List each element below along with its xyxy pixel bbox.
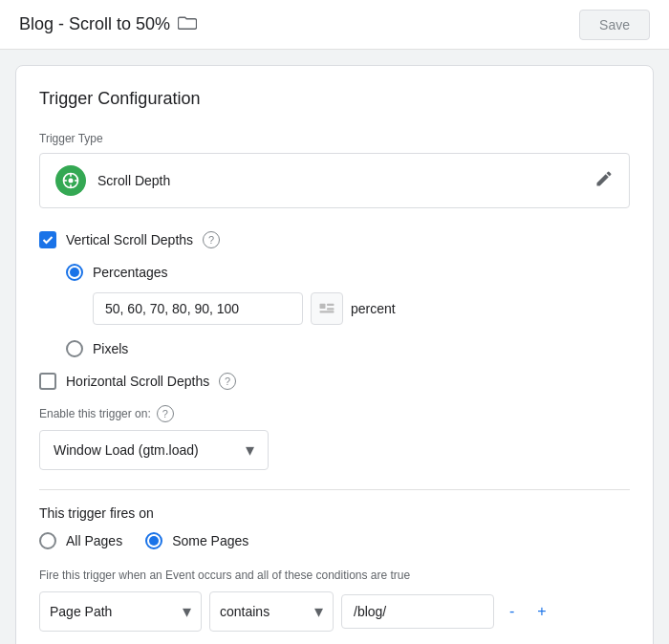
svg-rect-8 xyxy=(327,308,334,310)
condition-row: Page Path ▾ contains ▾ - + xyxy=(39,591,630,632)
trigger-config-card: Trigger Configuration Trigger Type Scrol… xyxy=(15,65,654,644)
condition-field-dropdown[interactable]: Page Path ▾ xyxy=(39,591,202,632)
pixels-radio[interactable] xyxy=(66,340,83,357)
enable-trigger-help-icon[interactable]: ? xyxy=(157,405,174,422)
percentages-radio-row: Percentages xyxy=(66,264,630,281)
pixels-radio-row: Pixels xyxy=(66,340,630,357)
page-title: Blog - Scroll to 50% xyxy=(19,14,170,34)
percentages-input-row: percent xyxy=(93,292,630,325)
svg-rect-9 xyxy=(320,311,334,312)
condition-operator-arrow-icon: ▾ xyxy=(314,601,323,622)
enable-trigger-dropdown[interactable]: Window Load (gtm.load) ▾ xyxy=(39,430,269,470)
some-pages-radio-row: Some Pages xyxy=(145,532,248,549)
vertical-scroll-depths-row: Vertical Scroll Depths ? xyxy=(39,231,630,248)
horizontal-scroll-help-icon[interactable]: ? xyxy=(219,373,236,390)
edit-icon[interactable] xyxy=(594,169,614,193)
all-pages-label: All Pages xyxy=(66,533,122,548)
svg-rect-7 xyxy=(327,304,334,306)
variable-button[interactable] xyxy=(311,292,343,325)
all-pages-radio-row: All Pages xyxy=(39,532,122,549)
some-pages-radio[interactable] xyxy=(145,532,162,549)
percentages-input[interactable] xyxy=(93,292,303,325)
all-pages-radio[interactable] xyxy=(39,532,56,549)
condition-field-value: Page Path xyxy=(50,604,112,619)
enable-trigger-value: Window Load (gtm.load) xyxy=(54,442,199,458)
condition-operator-dropdown[interactable]: contains ▾ xyxy=(209,591,334,632)
fires-on-row: All Pages Some Pages xyxy=(39,532,630,549)
percent-unit: percent xyxy=(351,301,396,316)
save-button[interactable]: Save xyxy=(579,10,650,40)
pixels-label: Pixels xyxy=(93,341,128,356)
vertical-scroll-help-icon[interactable]: ? xyxy=(203,231,220,248)
enable-trigger-section: Enable this trigger on: ? Window Load (g… xyxy=(39,405,630,470)
percentages-label: Percentages xyxy=(93,265,168,280)
percentages-radio[interactable] xyxy=(66,264,83,281)
horizontal-scroll-depths-row: Horizontal Scroll Depths ? xyxy=(39,373,630,390)
top-bar: Blog - Scroll to 50% Save xyxy=(0,0,669,50)
trigger-type-box[interactable]: Scroll Depth xyxy=(39,153,630,208)
remove-condition-button[interactable]: - xyxy=(502,599,522,624)
horizontal-scroll-label: Horizontal Scroll Depths xyxy=(66,374,209,389)
divider xyxy=(39,489,630,490)
card-title: Trigger Configuration xyxy=(39,89,630,109)
some-pages-label: Some Pages xyxy=(172,533,248,548)
top-bar-left: Blog - Scroll to 50% xyxy=(19,14,197,34)
enable-trigger-label: Enable this trigger on: ? xyxy=(39,405,630,422)
vertical-scroll-checkbox[interactable] xyxy=(39,231,56,248)
condition-label: Fire this trigger when an Event occurs a… xyxy=(39,569,630,582)
trigger-type-label: Trigger Type xyxy=(39,132,630,145)
svg-rect-6 xyxy=(320,304,326,309)
scroll-depth-icon xyxy=(55,165,86,196)
trigger-type-name: Scroll Depth xyxy=(97,173,170,188)
add-condition-button[interactable]: + xyxy=(529,599,553,624)
condition-operator-value: contains xyxy=(220,604,270,619)
svg-point-1 xyxy=(69,179,74,183)
enable-trigger-arrow-icon: ▾ xyxy=(246,440,254,461)
trigger-type-left: Scroll Depth xyxy=(55,165,170,196)
folder-icon[interactable] xyxy=(178,14,197,34)
fires-on-label: This trigger fires on xyxy=(39,505,630,521)
percentages-section: Percentages percent Pixels xyxy=(66,264,630,357)
horizontal-scroll-checkbox[interactable] xyxy=(39,373,56,390)
vertical-scroll-label: Vertical Scroll Depths xyxy=(66,232,193,247)
condition-field-arrow-icon: ▾ xyxy=(183,601,191,622)
condition-value-input[interactable] xyxy=(341,594,494,629)
